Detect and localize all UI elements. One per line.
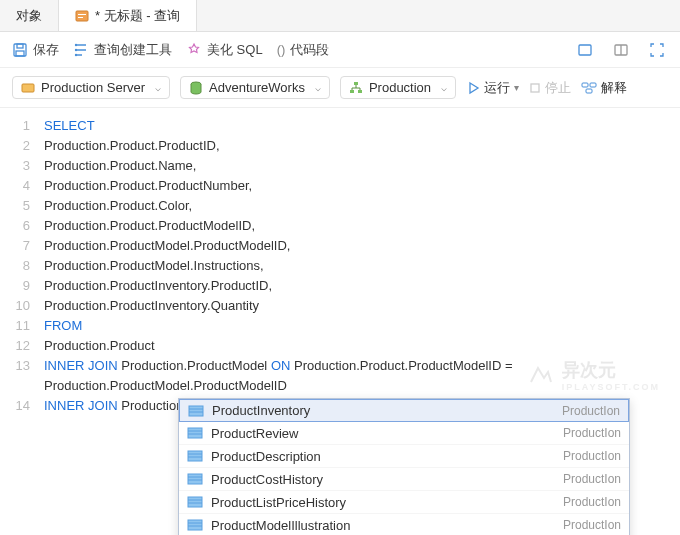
svg-rect-21 [189, 406, 203, 416]
beautify-button[interactable]: 美化 SQL [186, 41, 263, 59]
autocomplete-schema: ProductIon [563, 449, 621, 463]
line-number: 9 [0, 276, 44, 296]
view-single-button[interactable] [574, 39, 596, 61]
svg-rect-33 [188, 497, 202, 507]
chevron-down-icon: ▾ [514, 82, 519, 93]
table-icon [187, 450, 203, 462]
autocomplete-name: ProductInventory [212, 403, 554, 418]
line-number: 13 [0, 356, 44, 376]
svg-rect-16 [358, 90, 362, 93]
snippet-button[interactable]: () 代码段 [277, 41, 330, 59]
code-line: 6Production.Product.ProductModelID, [0, 216, 680, 236]
code-line: 4Production.Product.ProductNumber, [0, 176, 680, 196]
svg-rect-0 [76, 11, 88, 21]
chevron-down-icon: ⌵ [315, 82, 321, 93]
beautify-label: 美化 SQL [207, 41, 263, 59]
svg-rect-4 [17, 44, 23, 48]
tab-objects[interactable]: 对象 [0, 0, 59, 31]
autocomplete-item[interactable]: ProductDescriptionProductIon [179, 445, 629, 468]
autocomplete-item[interactable]: ProductModelIllustrationProductIon [179, 514, 629, 535]
code-line: 10Production.ProductInventory.Quantity [0, 296, 680, 316]
line-number: 12 [0, 336, 44, 356]
table-icon [187, 473, 203, 485]
autocomplete-item[interactable]: ProductCostHistoryProductIon [179, 468, 629, 491]
autocomplete-popup[interactable]: ProductInventoryProductIonProductReviewP… [178, 398, 630, 535]
table-icon [187, 427, 203, 439]
run-label: 运行 [484, 79, 510, 97]
query-tab-icon [75, 9, 89, 23]
svg-rect-5 [16, 51, 24, 56]
database-dropdown[interactable]: AdventureWorks ⌵ [180, 76, 330, 99]
svg-rect-12 [22, 84, 34, 92]
snippet-icon: () [277, 42, 286, 57]
autocomplete-name: ProductModelIllustration [211, 518, 555, 533]
svg-rect-14 [354, 82, 358, 85]
save-button[interactable]: 保存 [12, 41, 59, 59]
code-line: 11FROM [0, 316, 680, 336]
line-number: 6 [0, 216, 44, 236]
autocomplete-item[interactable]: ProductReviewProductIon [179, 422, 629, 445]
line-number: 1 [0, 116, 44, 136]
play-icon [466, 81, 480, 95]
connection-toolbar: Production Server ⌵ AdventureWorks ⌵ Pro… [0, 68, 680, 108]
server-dropdown[interactable]: Production Server ⌵ [12, 76, 170, 99]
view-split-button[interactable] [610, 39, 632, 61]
code-line: 1SELECT [0, 116, 680, 136]
tab-label: * 无标题 - 查询 [95, 7, 180, 25]
query-builder-button[interactable]: 查询创建工具 [73, 41, 172, 59]
svg-rect-19 [590, 83, 596, 87]
svg-rect-30 [188, 474, 202, 484]
tab-bar: 对象 * 无标题 - 查询 [0, 0, 680, 32]
autocomplete-name: ProductListPriceHistory [211, 495, 555, 510]
fullscreen-button[interactable] [646, 39, 668, 61]
autocomplete-item[interactable]: ProductInventoryProductIon [179, 399, 629, 422]
svg-rect-36 [188, 520, 202, 530]
autocomplete-schema: ProductIon [563, 495, 621, 509]
stop-label: 停止 [545, 79, 571, 97]
server-icon [21, 81, 35, 95]
stop-button: 停止 [529, 79, 571, 97]
explain-button[interactable]: 解释 [581, 79, 627, 97]
query-builder-label: 查询创建工具 [94, 41, 172, 59]
chevron-down-icon: ⌵ [441, 82, 447, 93]
schema-value: Production [369, 80, 431, 95]
autocomplete-item[interactable]: ProductListPriceHistoryProductIon [179, 491, 629, 514]
snippet-label: 代码段 [290, 41, 329, 59]
query-builder-icon [73, 42, 89, 58]
sql-editor[interactable]: 1SELECT2Production.Product.ProductID,3Pr… [0, 108, 680, 424]
line-number: 3 [0, 156, 44, 176]
run-button[interactable]: 运行 ▾ [466, 79, 519, 97]
svg-rect-27 [188, 451, 202, 461]
svg-point-8 [75, 53, 77, 55]
svg-point-6 [75, 43, 77, 45]
autocomplete-schema: ProductIon [562, 404, 620, 418]
code-line: 9Production.ProductInventory.ProductID, [0, 276, 680, 296]
tab-label: 对象 [16, 7, 42, 25]
line-number: 7 [0, 236, 44, 256]
svg-rect-20 [586, 89, 592, 93]
line-number: 2 [0, 136, 44, 156]
code-line: 12Production.Product [0, 336, 680, 356]
beautify-icon [186, 42, 202, 58]
explain-label: 解释 [601, 79, 627, 97]
line-number: 11 [0, 316, 44, 336]
autocomplete-schema: ProductIon [563, 518, 621, 532]
line-number: 4 [0, 176, 44, 196]
code-line: 3Production.Product.Name, [0, 156, 680, 176]
svg-rect-1 [78, 14, 86, 15]
code-line: 5Production.Product.Color, [0, 196, 680, 216]
save-label: 保存 [33, 41, 59, 59]
autocomplete-name: ProductCostHistory [211, 472, 555, 487]
line-number: 5 [0, 196, 44, 216]
svg-rect-18 [582, 83, 588, 87]
table-icon [187, 519, 203, 531]
tab-query[interactable]: * 无标题 - 查询 [59, 0, 197, 31]
explain-icon [581, 81, 597, 95]
server-value: Production Server [41, 80, 145, 95]
autocomplete-name: ProductDescription [211, 449, 555, 464]
autocomplete-schema: ProductIon [563, 472, 621, 486]
schema-dropdown[interactable]: Production ⌵ [340, 76, 456, 99]
code-line: 8Production.ProductModel.Instructions, [0, 256, 680, 276]
svg-rect-24 [188, 428, 202, 438]
save-icon [12, 42, 28, 58]
